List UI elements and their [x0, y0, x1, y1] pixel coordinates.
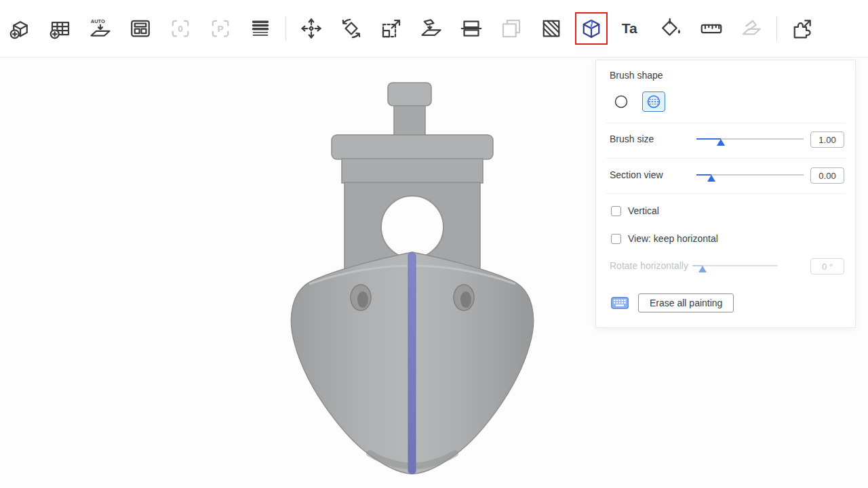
section-view-label: Section view	[610, 169, 696, 180]
measure-button[interactable]	[696, 14, 726, 43]
svg-text:0: 0	[178, 24, 183, 34]
section-view-value[interactable]	[810, 167, 844, 184]
rotate-horizontally-row: Rotate horizontally	[596, 254, 855, 277]
add-plate-icon	[48, 16, 73, 41]
lay-on-face-button[interactable]	[416, 14, 446, 43]
arrange-button[interactable]	[125, 14, 155, 43]
section-view-row: Section view	[596, 163, 855, 186]
svg-text:P: P	[217, 24, 223, 34]
brush-size-value[interactable]	[810, 131, 844, 148]
clone-button[interactable]	[496, 14, 526, 43]
puzzle-arrow-icon	[790, 16, 814, 41]
text-tool-icon: Ta	[619, 16, 644, 41]
slider-thumb[interactable]	[698, 266, 707, 272]
panel-divider	[606, 193, 846, 194]
brush-shape-sphere-option[interactable]	[642, 92, 665, 112]
arrange-icon	[128, 16, 153, 41]
benchy-chimney	[388, 83, 431, 138]
seam-painting-icon	[579, 16, 604, 41]
seam-painting-button[interactable]	[576, 14, 606, 43]
cut-icon	[459, 16, 484, 41]
clone-icon	[499, 16, 524, 41]
keep-horizontal-label: View: keep horizontal	[628, 233, 718, 244]
painted-seam-stripe	[408, 253, 416, 474]
vertical-checkbox[interactable]	[611, 206, 621, 216]
auto-orient-button[interactable]: AUTO	[85, 14, 115, 43]
panel-divider	[606, 123, 846, 123]
toolbar-separator	[776, 16, 777, 41]
support-painting-icon	[539, 16, 564, 41]
benchy-window	[381, 196, 443, 258]
rotate-button[interactable]	[336, 14, 366, 43]
rotate-horizontally-label: Rotate horizontally	[610, 260, 688, 271]
svg-text:AUTO: AUTO	[91, 18, 105, 24]
split-to-parts-icon: P	[208, 16, 233, 41]
sticker-button[interactable]	[736, 14, 766, 43]
svg-text:Ta: Ta	[622, 20, 637, 36]
rotate-icon	[339, 16, 363, 41]
auto-orient-icon: AUTO	[88, 16, 113, 41]
ruler-icon	[699, 16, 724, 41]
main-toolbar: AUTO 0 P	[0, 0, 868, 57]
layers-icon	[248, 16, 273, 41]
cut-button[interactable]	[456, 14, 486, 43]
keyboard-shortcuts-icon[interactable]	[611, 297, 629, 309]
move-button[interactable]	[296, 14, 326, 43]
seam-painting-panel: Brush shape Brush size Section view	[595, 60, 856, 328]
keep-horizontal-checkbox[interactable]	[611, 234, 621, 244]
text-tool-button[interactable]: Ta	[616, 14, 646, 43]
support-painting-button[interactable]	[536, 14, 566, 43]
rotate-horizontally-slider[interactable]	[692, 259, 778, 272]
benchy-hull	[291, 252, 533, 474]
add-plate-button[interactable]	[45, 14, 75, 43]
brush-shape-circle-option[interactable]	[610, 92, 633, 112]
add-cube-icon	[8, 16, 33, 41]
brush-size-label: Brush size	[610, 134, 696, 144]
benchy-model[interactable]	[267, 75, 559, 482]
move-icon	[299, 16, 323, 41]
split-to-objects-icon: 0	[168, 16, 193, 41]
slider-thumb[interactable]	[717, 139, 725, 146]
plugin-button[interactable]	[787, 14, 817, 43]
rotate-horizontally-value[interactable]	[810, 258, 844, 274]
erase-all-painting-button[interactable]: Erase all painting	[638, 293, 734, 312]
panel-bottom-row: Erase all painting	[611, 293, 734, 312]
toolbar-separator	[285, 16, 286, 41]
slider-thumb[interactable]	[707, 175, 715, 182]
scale-icon	[379, 16, 403, 41]
vertical-label: Vertical	[628, 205, 659, 216]
circle-brush-icon	[614, 94, 629, 109]
variable-layer-height-button[interactable]	[245, 14, 275, 43]
brush-shape-selector	[610, 92, 665, 112]
paint-bucket-icon	[659, 16, 684, 41]
sphere-brush-icon	[646, 94, 661, 109]
sticker-icon	[739, 16, 764, 41]
brush-size-slider[interactable]	[696, 132, 804, 146]
scale-button[interactable]	[376, 14, 406, 43]
brush-shape-label: Brush shape	[610, 70, 663, 81]
split-to-parts-button[interactable]: P	[205, 14, 235, 43]
panel-divider	[606, 158, 846, 159]
vertical-checkbox-row[interactable]: Vertical	[611, 203, 659, 218]
brush-size-row: Brush size	[596, 127, 855, 150]
keep-horizontal-checkbox-row[interactable]: View: keep horizontal	[611, 231, 718, 246]
lay-on-face-icon	[419, 16, 443, 41]
add-object-button[interactable]	[5, 14, 35, 43]
section-view-slider[interactable]	[696, 168, 804, 182]
split-to-objects-button[interactable]: 0	[165, 14, 195, 43]
color-painting-button[interactable]	[656, 14, 686, 43]
